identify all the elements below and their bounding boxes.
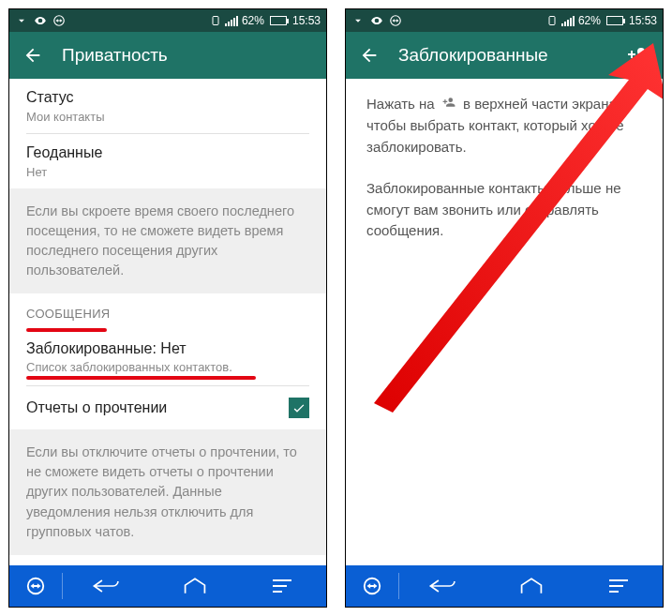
person-add-icon: [627, 44, 650, 67]
svg-rect-1: [213, 17, 218, 25]
setting-label: Отчеты о прочтении: [26, 398, 289, 418]
back-button[interactable]: [22, 45, 43, 66]
add-contact-button[interactable]: [627, 44, 650, 67]
arrow-left-icon: [359, 45, 380, 66]
back-button[interactable]: [359, 45, 380, 66]
setting-label: Геоданные: [26, 143, 309, 163]
sim-icon: [210, 15, 221, 26]
app-bar-title: Приватность: [62, 45, 313, 66]
battery-icon: [270, 16, 287, 25]
content-scroll[interactable]: Статус Мои контакты Геоданные Нет Если в…: [9, 79, 326, 565]
status-icons-left: [351, 14, 402, 27]
arrow-left-icon: [22, 45, 43, 66]
clock-time: 15:53: [629, 14, 657, 27]
app-bar: Заблокированные: [346, 32, 663, 79]
setting-blocked[interactable]: Заблокированные: Нет Список заблокирован…: [9, 332, 326, 379]
menu-icon: [607, 578, 630, 594]
navigation-bar: [9, 565, 326, 607]
clock-time: 15:53: [292, 14, 321, 27]
setting-label: Статус: [26, 88, 309, 108]
teamviewer-icon: [389, 14, 402, 27]
chevron-down-icon: [351, 14, 365, 27]
nav-home-button[interactable]: [151, 565, 239, 607]
home-icon: [183, 577, 207, 595]
navigation-bar: [346, 565, 663, 607]
info-read-receipts: Если вы отключите отчеты о прочтении, то…: [9, 429, 326, 554]
nav-recent-button[interactable]: [575, 565, 663, 607]
teamviewer-icon: [25, 576, 46, 596]
status-bar: 62% 15:53: [346, 9, 663, 32]
annotation-underline: [26, 376, 256, 380]
setting-geo[interactable]: Геоданные Нет: [9, 134, 326, 188]
status-bar: 62% 15:53: [9, 9, 326, 32]
help-text-part2: Заблокированные контакты больше не смогу…: [366, 178, 642, 242]
setting-value: Список заблокированных контактов.: [26, 360, 309, 374]
battery-icon: [606, 16, 623, 25]
battery-percent: 62%: [242, 14, 264, 27]
nav-recent-button[interactable]: [238, 565, 326, 607]
setting-status[interactable]: Статус Мои контакты: [9, 79, 326, 133]
home-icon: [519, 577, 544, 595]
chevron-down-icon: [15, 14, 28, 27]
nav-home-button[interactable]: [487, 565, 575, 607]
teamviewer-icon: [362, 576, 382, 596]
menu-icon: [271, 578, 293, 594]
nav-tv-button[interactable]: [346, 565, 398, 607]
nav-back-button[interactable]: [399, 565, 487, 607]
eye-icon: [370, 14, 383, 27]
app-bar-title: Заблокированные: [398, 45, 627, 66]
setting-value: Мои контакты: [26, 110, 309, 124]
nav-back-button[interactable]: [63, 565, 151, 607]
sim-icon: [546, 15, 558, 26]
checkbox-checked-icon[interactable]: [289, 398, 309, 418]
back-icon: [427, 577, 459, 595]
section-header-messages: СООБЩЕНИЯ: [9, 293, 326, 326]
setting-label: Заблокированные: Нет: [26, 339, 309, 359]
setting-read-receipts[interactable]: Отчеты о прочтении: [9, 386, 326, 429]
app-bar: Приватность: [9, 32, 326, 79]
battery-percent: 62%: [578, 14, 601, 27]
eye-icon: [34, 14, 47, 27]
screenshot-blocked: 62% 15:53 Заблокированные Нажать на в ве…: [345, 8, 664, 608]
setting-value: Нет: [26, 165, 309, 179]
status-icons-right: 62% 15:53: [546, 14, 657, 27]
content-area: Нажать на в верхней части экрана, чтобы …: [346, 79, 663, 565]
nav-tv-button[interactable]: [9, 565, 62, 607]
help-text: Нажать на в верхней части экрана, чтобы …: [346, 79, 663, 278]
teamviewer-icon: [52, 14, 66, 27]
help-text-part1: Нажать на: [366, 96, 435, 112]
signal-icon: [225, 16, 238, 26]
screenshot-privacy: 62% 15:53 Приватность Статус Мои контакт…: [8, 8, 327, 608]
svg-rect-4: [549, 17, 555, 25]
signal-icon: [561, 16, 575, 26]
back-icon: [91, 577, 123, 595]
status-icons-left: [15, 14, 66, 27]
status-icons-right: 62% 15:53: [210, 14, 321, 27]
person-add-icon: [441, 94, 457, 115]
info-lastseen: Если вы скроете время своего последнего …: [9, 188, 326, 293]
